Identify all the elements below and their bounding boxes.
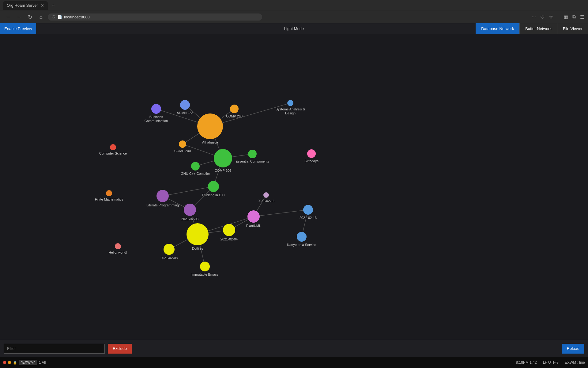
svg-point-58 [187, 223, 209, 245]
svg-text:Thinking in C++: Thinking in C++ [202, 193, 225, 197]
svg-text:Kanye as a Service: Kanye as a Service [287, 243, 316, 247]
reload-network-button[interactable]: Reload [562, 344, 584, 354]
menu-dots-icon[interactable]: ··· [532, 14, 536, 20]
svg-text:2021-02-13: 2021-02-13 [300, 216, 317, 220]
exclude-button[interactable]: Exclude [108, 344, 132, 354]
svg-text:ADMN 233: ADMN 233 [177, 111, 193, 115]
split-icon[interactable]: ⧉ [572, 14, 576, 20]
shield-icon: 🛡 [51, 15, 55, 19]
workspace-label: 1 All [39, 360, 46, 365]
filter-input[interactable] [4, 344, 105, 354]
svg-point-50 [263, 192, 269, 198]
mode-display: EXWM : line [565, 360, 585, 365]
svg-line-15 [254, 210, 308, 217]
svg-point-68 [200, 262, 210, 271]
svg-text:Athabasca: Athabasca [202, 140, 218, 144]
app-bar: Enable Preview Light Mode Database Netwo… [0, 23, 588, 34]
svg-point-36 [214, 149, 232, 167]
svg-point-60 [223, 224, 235, 236]
svg-text:Systems Analysis &Design: Systems Analysis &Design [276, 107, 305, 115]
status-bar: 🔒 *EXWM* 1 All 8:18PM 1.42 LF UTF-8 EXWM… [0, 357, 588, 368]
enable-preview-button[interactable]: Enable Preview [0, 23, 36, 34]
bookmark-icon[interactable]: ♡ [540, 14, 545, 20]
svg-text:BusinessCommunication: BusinessCommunication [145, 115, 168, 123]
svg-point-24 [180, 100, 190, 110]
browser-tab[interactable]: Org Roam Server ✕ [3, 1, 48, 10]
browser-toolbar: ← → ↻ ⌂ 🛡 📄 localhost:8080 ··· ♡ ☆ ▦ ⧉ ☰ [0, 11, 588, 23]
status-indicators: 🔒 *EXWM* 1 All [3, 360, 46, 365]
new-tab-button[interactable]: + [51, 2, 55, 9]
svg-text:COMP 206: COMP 206 [215, 169, 231, 172]
svg-point-22 [151, 104, 161, 114]
svg-point-30 [197, 113, 223, 139]
svg-text:GNU C++ Compiler: GNU C++ Compiler [181, 172, 210, 175]
status-right: 8:18PM 1.42 LF UTF-8 EXWM : line [516, 360, 585, 365]
toolbar-actions: ··· ♡ ☆ ▦ ⧉ ☰ [532, 14, 584, 20]
reload-button[interactable]: ↻ [26, 14, 34, 21]
bottom-bar: Exclude Reload [0, 340, 588, 357]
tab-title: Org Roam Server [7, 3, 38, 8]
svg-point-34 [110, 144, 116, 150]
svg-point-46 [106, 190, 112, 196]
svg-text:COMP 268: COMP 268 [226, 114, 243, 118]
svg-point-66 [164, 244, 175, 255]
svg-text:Literate Programming: Literate Programming [146, 203, 179, 207]
svg-text:2021-02-11: 2021-02-11 [258, 199, 275, 203]
svg-text:PlantUML: PlantUML [246, 224, 261, 228]
time-display: 8:18PM 1.42 [516, 360, 537, 365]
svg-point-40 [307, 149, 316, 158]
svg-text:Birthdays: Birthdays [304, 159, 318, 163]
dot-red-icon [3, 361, 6, 364]
svg-text:Hello, world!: Hello, world! [109, 251, 127, 254]
svg-point-28 [287, 100, 293, 106]
svg-text:Dotfiles: Dotfiles [192, 247, 203, 250]
svg-point-44 [208, 181, 219, 192]
dot-yellow-icon [8, 361, 11, 364]
star-icon[interactable]: ☆ [549, 14, 553, 20]
page-icon: 📄 [57, 15, 62, 19]
svg-text:2021-02-08: 2021-02-08 [160, 256, 178, 260]
tab-database-network[interactable]: Database Network [476, 23, 519, 34]
url-display: localhost:8080 [64, 15, 90, 19]
home-button[interactable]: ⌂ [37, 14, 45, 20]
tab-file-viewer[interactable]: File Viewer [557, 23, 588, 34]
tab-close-button[interactable]: ✕ [40, 3, 44, 8]
sidebar-icon[interactable]: ▦ [564, 14, 568, 20]
svg-point-52 [184, 204, 196, 216]
svg-point-38 [248, 150, 257, 158]
forward-button[interactable]: → [15, 14, 23, 20]
svg-text:Immutable Emacs: Immutable Emacs [191, 273, 219, 276]
tab-buffer-network[interactable]: Buffer Network [519, 23, 557, 34]
nav-tabs: Database Network Buffer Network File Vie… [476, 23, 588, 34]
browser-titlebar: Org Roam Server ✕ + [0, 0, 588, 11]
svg-point-32 [179, 140, 186, 148]
svg-point-48 [156, 190, 169, 202]
encoding-display: LF UTF-8 [543, 360, 559, 365]
svg-text:2021-02-03: 2021-02-03 [181, 217, 198, 221]
svg-text:Essential Components: Essential Components [236, 159, 270, 163]
svg-point-64 [115, 243, 121, 249]
svg-text:Finite Mathematics: Finite Mathematics [95, 197, 123, 201]
address-bar[interactable]: 🛡 📄 localhost:8080 [48, 13, 262, 21]
lock-icon: 🔒 [13, 361, 17, 365]
svg-point-62 [297, 232, 307, 242]
back-button[interactable]: ← [4, 14, 12, 20]
svg-text:2021-02-04: 2021-02-04 [221, 237, 238, 241]
svg-text:COMP 200: COMP 200 [174, 149, 191, 153]
svg-point-42 [191, 162, 200, 171]
wm-tag: *EXWM* [19, 360, 37, 365]
svg-point-26 [230, 105, 239, 113]
svg-text:Computer Science: Computer Science [99, 151, 127, 155]
hamburger-icon[interactable]: ☰ [580, 14, 584, 20]
network-graph[interactable]: BusinessCommunicationADMN 233COMP 268Sys… [0, 34, 588, 340]
svg-point-56 [303, 205, 313, 215]
svg-point-54 [247, 210, 260, 223]
light-mode-label: Light Mode [284, 26, 304, 31]
network-canvas: BusinessCommunicationADMN 233COMP 268Sys… [0, 34, 588, 340]
